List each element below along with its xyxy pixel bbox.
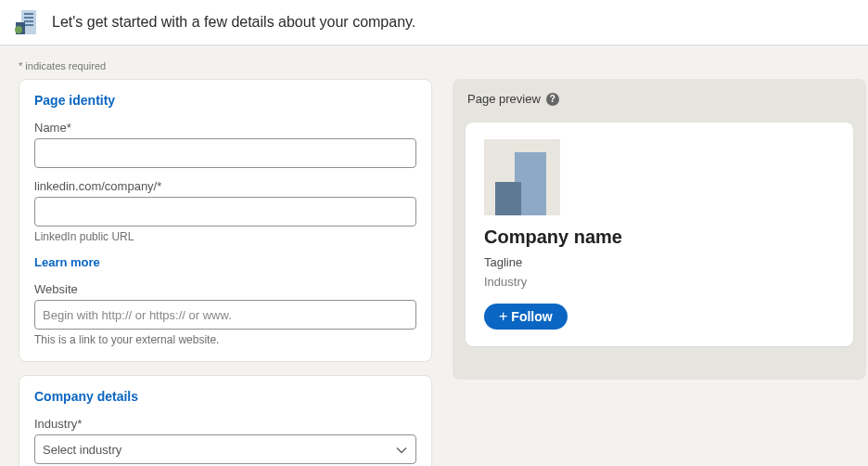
website-label: Website xyxy=(34,282,416,296)
svg-point-6 xyxy=(15,26,22,33)
url-helper: LinkedIn public URL xyxy=(34,230,416,243)
page-identity-card: Page identity Name* linkedin.com/company… xyxy=(19,79,432,362)
svg-rect-2 xyxy=(24,17,33,19)
page-header: Let's get started with a few details abo… xyxy=(0,0,868,45)
name-input[interactable] xyxy=(34,138,416,168)
industry-label: Industry* xyxy=(34,417,416,431)
industry-select[interactable]: Select industry xyxy=(34,434,416,464)
company-details-card: Company details Industry* Select industr… xyxy=(19,375,432,466)
company-logo-placeholder xyxy=(484,139,560,215)
form-column: Page identity Name* linkedin.com/company… xyxy=(19,79,432,466)
website-helper: This is a link to your external website. xyxy=(34,333,416,346)
preview-header-label: Page preview xyxy=(467,92,541,106)
url-input[interactable] xyxy=(34,197,416,227)
learn-more-link[interactable]: Learn more xyxy=(34,255,100,269)
svg-rect-4 xyxy=(24,24,33,26)
preview-column: Page preview ? Company name Tagline Indu… xyxy=(453,79,866,380)
page-body: * indicates required Page identity Name*… xyxy=(0,45,868,466)
name-field-group: Name* xyxy=(34,121,416,168)
website-input[interactable] xyxy=(34,300,416,330)
url-label: linkedin.com/company/* xyxy=(34,179,416,193)
name-label: Name* xyxy=(34,121,416,135)
preview-company-name: Company name xyxy=(484,227,835,248)
company-details-title: Company details xyxy=(34,389,416,404)
preview-industry: Industry xyxy=(484,275,835,289)
follow-button[interactable]: + Follow xyxy=(484,304,568,330)
svg-rect-3 xyxy=(24,20,33,22)
company-building-icon xyxy=(13,9,39,35)
url-field-group: linkedin.com/company/* LinkedIn public U… xyxy=(34,179,416,243)
preview-card: Company name Tagline Industry + Follow xyxy=(466,123,853,346)
preview-tagline: Tagline xyxy=(484,255,835,269)
plus-icon: + xyxy=(499,309,507,324)
preview-header: Page preview ? xyxy=(466,92,853,106)
industry-field-group: Industry* Select industry xyxy=(34,417,416,464)
preview-panel: Page preview ? Company name Tagline Indu… xyxy=(453,79,866,380)
svg-rect-1 xyxy=(24,13,33,15)
follow-label: Follow xyxy=(511,309,552,324)
page-title: Let's get started with a few details abo… xyxy=(52,14,415,31)
required-indicator-note: * indicates required xyxy=(19,60,849,71)
website-field-group: Website This is a link to your external … xyxy=(34,282,416,346)
page-identity-title: Page identity xyxy=(34,93,416,108)
help-icon[interactable]: ? xyxy=(546,93,559,106)
